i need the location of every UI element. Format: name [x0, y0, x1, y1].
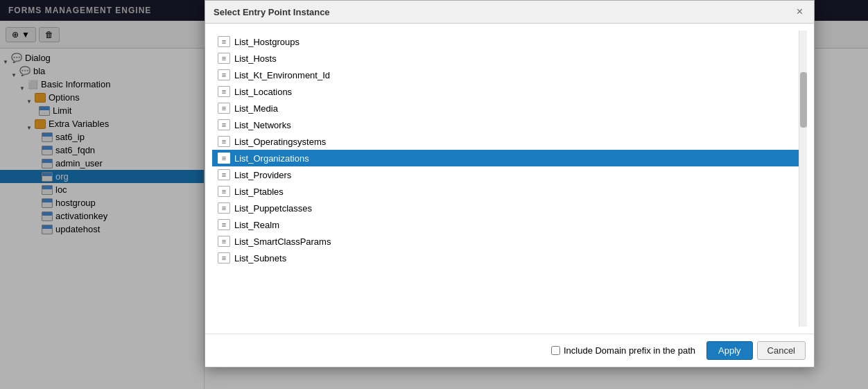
entry-point-list: List_HostgroupsList_HostsList_Kt_Environ…: [212, 31, 799, 327]
list-item-icon: [218, 136, 230, 147]
list-item-icon: [218, 36, 230, 47]
apply-button[interactable]: Apply: [706, 341, 753, 360]
list-item-label: List_Hostgroups: [234, 37, 300, 47]
modal-close-button[interactable]: ×: [794, 6, 806, 17]
scrollbar-track[interactable]: [799, 31, 807, 327]
list-item-icon: [218, 53, 230, 64]
modal-body: List_HostgroupsList_HostsList_Kt_Environ…: [205, 24, 814, 334]
list-item-label: List_Kt_Environment_Id: [234, 70, 330, 80]
list-item-list-locations[interactable]: List_Locations: [212, 83, 799, 100]
list-item-icon: [218, 153, 230, 164]
list-item-icon: [218, 169, 230, 180]
list-item-list-media[interactable]: List_Media: [212, 100, 799, 116]
list-item-list-subnets[interactable]: List_Subnets: [212, 250, 799, 266]
list-item-icon: [218, 186, 230, 197]
list-item-icon: [218, 236, 230, 247]
list-item-icon: [218, 103, 230, 114]
list-item-list-kt-env[interactable]: List_Kt_Environment_Id: [212, 67, 799, 83]
list-item-list-hostgroups[interactable]: List_Hostgroups: [212, 33, 799, 50]
list-item-list-smartclassparams[interactable]: List_SmartClassParams: [212, 233, 799, 250]
modal-dialog: Select Entry Point Instance × List_Hostg…: [205, 0, 815, 368]
cancel-button[interactable]: Cancel: [757, 341, 806, 360]
modal-header: Select Entry Point Instance ×: [205, 1, 814, 24]
modal-title: Select Entry Point Instance: [214, 7, 330, 17]
modal-overlay: Select Entry Point Instance × List_Hostg…: [0, 0, 868, 389]
list-item-icon: [218, 119, 230, 130]
domain-prefix-text: Include Domain prefix in the path: [564, 345, 695, 356]
list-item-list-ptables[interactable]: List_Ptables: [212, 183, 799, 200]
list-item-icon: [218, 219, 230, 230]
list-item-list-realm[interactable]: List_Realm: [212, 216, 799, 233]
list-item-label: List_Puppetclasses: [234, 203, 312, 214]
list-item-label: List_Providers: [234, 170, 291, 180]
list-item-list-providers[interactable]: List_Providers: [212, 166, 799, 183]
list-item-list-operatingsystems[interactable]: List_Operatingsystems: [212, 133, 799, 150]
list-item-label: List_Organizations: [234, 153, 309, 164]
list-item-icon: [218, 252, 230, 263]
list-item-label: List_Hosts: [234, 53, 277, 64]
list-item-list-networks[interactable]: List_Networks: [212, 116, 799, 133]
list-item-icon: [218, 69, 230, 80]
list-item-label: List_Networks: [234, 120, 291, 130]
scrollbar-thumb[interactable]: [800, 72, 807, 128]
domain-prefix-checkbox[interactable]: [551, 346, 560, 355]
list-item-label: List_Locations: [234, 87, 292, 97]
list-item-list-hosts[interactable]: List_Hosts: [212, 50, 799, 67]
list-item-label: List_Ptables: [234, 187, 284, 197]
list-item-icon: [218, 86, 230, 97]
list-item-icon: [218, 202, 230, 214]
list-item-list-organizations[interactable]: List_Organizations: [212, 150, 799, 166]
domain-prefix-label: Include Domain prefix in the path: [551, 345, 695, 356]
list-item-label: List_Media: [234, 103, 278, 114]
modal-footer: Include Domain prefix in the path Apply …: [205, 334, 814, 367]
list-item-label: List_SmartClassParams: [234, 236, 331, 247]
list-item-label: List_Realm: [234, 220, 279, 230]
list-item-list-puppetclasses[interactable]: List_Puppetclasses: [212, 200, 799, 216]
list-item-label: List_Operatingsystems: [234, 137, 326, 147]
list-item-label: List_Subnets: [234, 253, 286, 263]
